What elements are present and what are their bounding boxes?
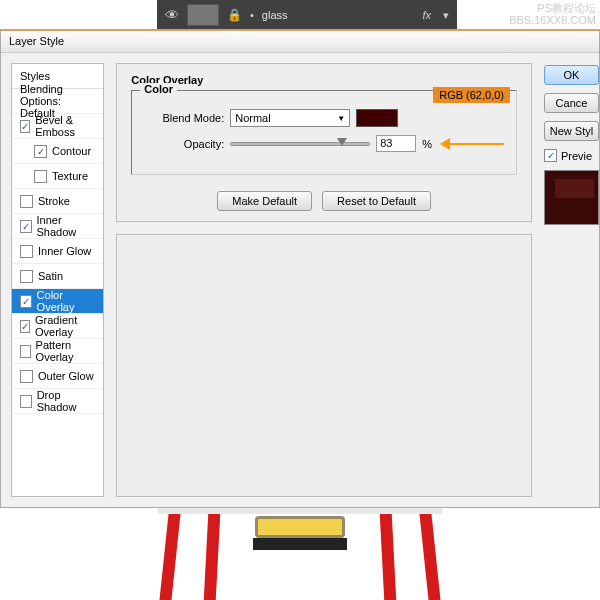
- style-checkbox[interactable]: [20, 295, 32, 308]
- blend-mode-label: Blend Mode:: [144, 112, 224, 124]
- new-style-button[interactable]: New Styl: [544, 121, 599, 141]
- dialog-buttons: OK Cance New Styl Previe: [544, 63, 599, 497]
- style-checkbox[interactable]: [20, 195, 33, 208]
- preview-label: Previe: [561, 150, 592, 162]
- style-checkbox[interactable]: [34, 145, 47, 158]
- style-row-inner-glow[interactable]: Inner Glow: [12, 239, 103, 264]
- make-default-button[interactable]: Make Default: [217, 191, 312, 211]
- preview-checkbox[interactable]: [544, 149, 557, 162]
- blending-options-row[interactable]: Blending Options: Default: [12, 89, 103, 114]
- watermark-line1: PS教程论坛: [509, 2, 596, 14]
- color-group: Color RGB (62,0,0) Blend Mode: Normal ▼ …: [131, 90, 517, 175]
- style-label: Pattern Overlay: [36, 339, 96, 363]
- ok-button[interactable]: OK: [544, 65, 599, 85]
- style-row-pattern-overlay[interactable]: Pattern Overlay: [12, 339, 103, 364]
- style-row-color-overlay[interactable]: Color Overlay: [12, 289, 103, 314]
- style-checkbox[interactable]: [20, 220, 32, 233]
- style-label: Inner Glow: [38, 245, 91, 257]
- style-row-contour[interactable]: Contour: [12, 139, 103, 164]
- style-checkbox[interactable]: [20, 370, 33, 383]
- style-label: Contour: [52, 145, 91, 157]
- style-label: Texture: [52, 170, 88, 182]
- layer-name[interactable]: glass: [262, 9, 415, 21]
- slider-handle[interactable]: [337, 138, 347, 146]
- style-label: Stroke: [38, 195, 70, 207]
- style-checkbox[interactable]: [20, 345, 31, 358]
- visibility-icon[interactable]: 👁: [165, 7, 179, 23]
- panel-title: Color Overlay: [131, 74, 517, 86]
- style-label: Color Overlay: [37, 289, 96, 313]
- style-row-outer-glow[interactable]: Outer Glow: [12, 364, 103, 389]
- opacity-slider[interactable]: [230, 142, 370, 146]
- chevron-down-icon[interactable]: ▾: [443, 9, 449, 22]
- style-label: Drop Shadow: [37, 389, 96, 413]
- style-checkbox[interactable]: [20, 120, 30, 133]
- layer-thumbnail[interactable]: [187, 4, 219, 26]
- style-row-stroke[interactable]: Stroke: [12, 189, 103, 214]
- options-panel: Color Overlay Color RGB (62,0,0) Blend M…: [116, 63, 532, 222]
- color-swatch[interactable]: [356, 109, 398, 127]
- style-label: Bevel & Emboss: [35, 114, 95, 138]
- group-legend: Color: [140, 83, 177, 95]
- style-label: Outer Glow: [38, 370, 94, 382]
- style-checkbox[interactable]: [34, 170, 47, 183]
- style-checkbox[interactable]: [20, 245, 33, 258]
- opacity-unit: %: [422, 138, 432, 150]
- dialog-title: Layer Style: [1, 31, 599, 53]
- style-row-inner-shadow[interactable]: Inner Shadow: [12, 214, 103, 239]
- blend-value: Normal: [235, 112, 270, 124]
- reset-default-button[interactable]: Reset to Default: [322, 191, 431, 211]
- background-artwork: [158, 508, 442, 600]
- style-label: Gradient Overlay: [35, 314, 95, 338]
- style-row-texture[interactable]: Texture: [12, 164, 103, 189]
- link-dot-icon: •: [250, 9, 254, 21]
- layer-style-dialog: Layer Style Styles Blending Options: Def…: [0, 29, 600, 508]
- arrow-annotation: [444, 143, 504, 145]
- options-panel-empty: [116, 234, 532, 497]
- style-checkbox[interactable]: [20, 320, 30, 333]
- watermark: PS教程论坛 BBS.16XX8.COM: [509, 2, 596, 26]
- style-row-gradient-overlay[interactable]: Gradient Overlay: [12, 314, 103, 339]
- styles-list: Styles Blending Options: Default Bevel &…: [11, 63, 104, 497]
- opacity-input[interactable]: 83: [376, 135, 416, 152]
- fx-badge[interactable]: fx: [422, 9, 431, 21]
- opacity-label: Opacity:: [144, 138, 224, 150]
- chevron-down-icon: ▼: [337, 114, 345, 123]
- style-checkbox[interactable]: [20, 270, 33, 283]
- style-checkbox[interactable]: [20, 395, 32, 408]
- style-label: Satin: [38, 270, 63, 282]
- style-row-drop-shadow[interactable]: Drop Shadow: [12, 389, 103, 414]
- blend-mode-select[interactable]: Normal ▼: [230, 109, 350, 127]
- rgb-annotation: RGB (62,0,0): [433, 87, 510, 103]
- style-row-satin[interactable]: Satin: [12, 264, 103, 289]
- style-label: Inner Shadow: [37, 214, 96, 238]
- preview-thumbnail: [544, 170, 599, 225]
- cancel-button[interactable]: Cance: [544, 93, 599, 113]
- layers-panel-row: 👁 🔒 • glass fx ▾: [157, 0, 457, 30]
- watermark-line2: BBS.16XX8.COM: [509, 14, 596, 26]
- lock-icon: 🔒: [227, 8, 242, 22]
